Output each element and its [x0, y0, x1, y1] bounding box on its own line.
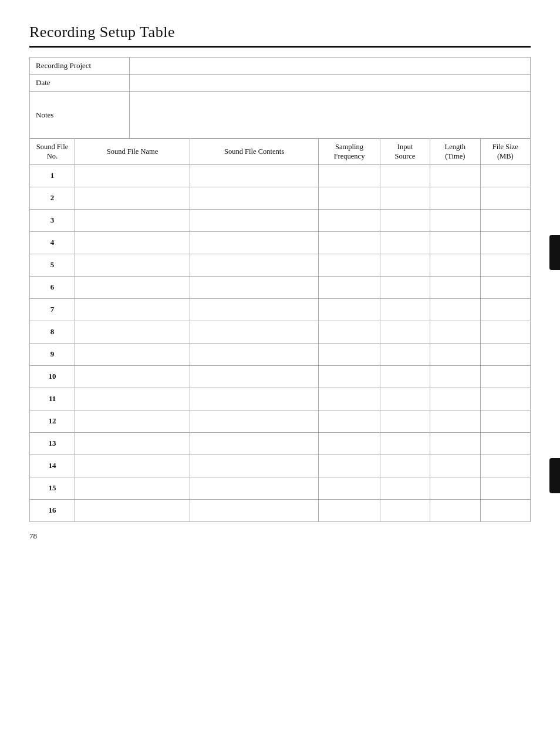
cell-frequency: [319, 455, 380, 477]
cell-input: [380, 432, 430, 455]
cell-input: [380, 298, 430, 321]
cell-filesize: [480, 455, 530, 477]
cell-filesize: [480, 231, 530, 254]
cell-input: [380, 187, 430, 209]
cell-name: [75, 499, 190, 521]
cell-name: [75, 388, 190, 410]
cell-length: [430, 164, 480, 187]
cell-name: [75, 343, 190, 365]
cell-no: 16: [30, 499, 75, 521]
cell-filesize: [480, 499, 530, 521]
cell-length: [430, 499, 480, 521]
cell-contents: [190, 455, 318, 477]
cell-contents: [190, 365, 318, 388]
cell-contents: [190, 164, 318, 187]
table-row: 10: [30, 365, 531, 388]
notes-row: Notes: [30, 92, 531, 139]
cell-contents: [190, 321, 318, 343]
right-tab-1: [549, 235, 560, 270]
header-name: Sound File Name: [75, 139, 190, 165]
header-no: Sound FileNo.: [30, 139, 75, 165]
cell-length: [430, 343, 480, 365]
cell-input: [380, 410, 430, 432]
cell-frequency: [319, 321, 380, 343]
table-row: 8: [30, 321, 531, 343]
cell-length: [430, 388, 480, 410]
cell-filesize: [480, 477, 530, 499]
cell-name: [75, 365, 190, 388]
cell-frequency: [319, 209, 380, 231]
cell-no: 12: [30, 410, 75, 432]
cell-frequency: [319, 254, 380, 276]
cell-name: [75, 187, 190, 209]
cell-frequency: [319, 276, 380, 298]
cell-contents: [190, 432, 318, 455]
cell-no: 11: [30, 388, 75, 410]
cell-length: [430, 321, 480, 343]
cell-no: 2: [30, 187, 75, 209]
table-row: 3: [30, 209, 531, 231]
cell-contents: [190, 410, 318, 432]
cell-contents: [190, 276, 318, 298]
cell-input: [380, 455, 430, 477]
table-row: 7: [30, 298, 531, 321]
cell-name: [75, 432, 190, 455]
cell-input: [380, 209, 430, 231]
table-row: 12: [30, 410, 531, 432]
cell-name: [75, 254, 190, 276]
cell-filesize: [480, 388, 530, 410]
table-row: 14: [30, 455, 531, 477]
cell-filesize: [480, 209, 530, 231]
table-row: 6: [30, 276, 531, 298]
cell-input: [380, 365, 430, 388]
cell-no: 13: [30, 432, 75, 455]
cell-contents: [190, 499, 318, 521]
cell-filesize: [480, 343, 530, 365]
cell-name: [75, 477, 190, 499]
table-row: 4: [30, 231, 531, 254]
date-row: Date: [30, 75, 531, 92]
cell-name: [75, 276, 190, 298]
cell-contents: [190, 187, 318, 209]
cell-length: [430, 231, 480, 254]
cell-frequency: [319, 499, 380, 521]
cell-no: 7: [30, 298, 75, 321]
cell-input: [380, 254, 430, 276]
cell-input: [380, 388, 430, 410]
meta-table: Recording Project Date Notes: [29, 57, 531, 139]
cell-name: [75, 164, 190, 187]
cell-frequency: [319, 231, 380, 254]
cell-frequency: [319, 477, 380, 499]
cell-input: [380, 499, 430, 521]
cell-contents: [190, 298, 318, 321]
cell-frequency: [319, 432, 380, 455]
header-filesize: File Size(MB): [480, 139, 530, 165]
recording-project-value: [130, 58, 531, 75]
cell-no: 9: [30, 343, 75, 365]
table-row: 11: [30, 388, 531, 410]
date-value: [130, 75, 531, 92]
table-row: 9: [30, 343, 531, 365]
cell-no: 6: [30, 276, 75, 298]
cell-name: [75, 321, 190, 343]
cell-contents: [190, 209, 318, 231]
cell-length: [430, 432, 480, 455]
cell-name: [75, 455, 190, 477]
table-row: 2: [30, 187, 531, 209]
date-label: Date: [30, 75, 130, 92]
cell-contents: [190, 343, 318, 365]
cell-name: [75, 410, 190, 432]
cell-filesize: [480, 432, 530, 455]
cell-frequency: [319, 187, 380, 209]
header-length: Length(Time): [430, 139, 480, 165]
cell-input: [380, 343, 430, 365]
table-row: 13: [30, 432, 531, 455]
cell-filesize: [480, 365, 530, 388]
cell-frequency: [319, 298, 380, 321]
right-tab-2: [549, 458, 560, 493]
cell-no: 14: [30, 455, 75, 477]
cell-frequency: [319, 388, 380, 410]
cell-filesize: [480, 254, 530, 276]
cell-name: [75, 298, 190, 321]
cell-length: [430, 254, 480, 276]
